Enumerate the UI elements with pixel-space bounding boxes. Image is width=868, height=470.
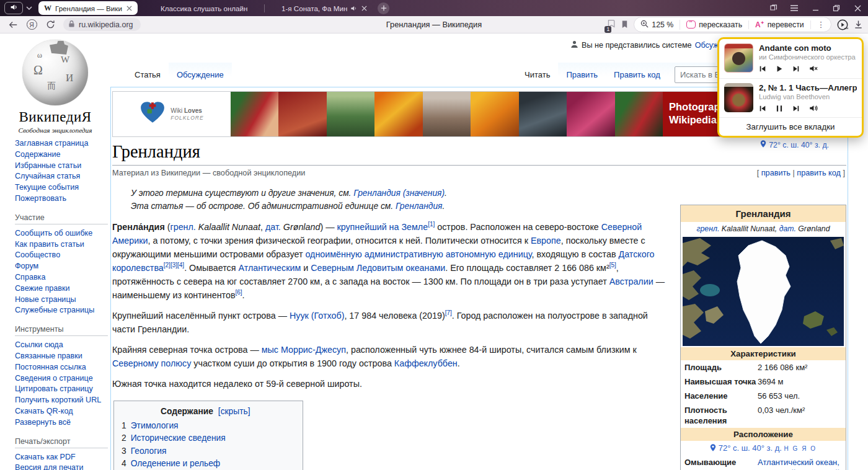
download-icon[interactable] [854, 20, 863, 29]
album-art [724, 83, 753, 112]
infobox: Гренландия гренл. Kalaallit Nunaat, дат.… [680, 205, 846, 470]
wikipedia-favicon: W [44, 4, 51, 13]
more-icon[interactable]: ⋮ [811, 20, 831, 29]
mute-all-tabs-button[interactable]: Заглушить все вкладки [719, 117, 862, 136]
tab-separator [264, 4, 265, 12]
toc-item[interactable]: 4Оледенение и рельеф [122, 458, 289, 470]
close-icon[interactable] [126, 6, 132, 11]
person-icon [570, 40, 578, 50]
media-player-icon[interactable] [836, 19, 849, 31]
url-text: ru.wikipedia.org [79, 20, 133, 29]
sidebar-link[interactable]: Заглавная страница [15, 138, 108, 149]
sidebar-link[interactable]: Справка [15, 272, 108, 283]
refresh-icon[interactable] [41, 17, 60, 32]
back-icon[interactable] [4, 17, 22, 32]
new-tab-button[interactable] [378, 2, 389, 14]
menu-icon[interactable] [784, 0, 805, 16]
greenland-satellite-map[interactable] [683, 237, 844, 346]
zoom-control[interactable]: 125 % [634, 20, 680, 30]
yandex-home-icon[interactable]: Я [22, 17, 41, 32]
tab-wikipedia[interactable]: W Гренландия — Википед [38, 1, 138, 15]
speaker-on-icon[interactable] [809, 104, 818, 115]
infobox-native-name: гренл. Kalaallit Nunaat, дат. Grønland [681, 222, 846, 235]
url-field[interactable]: ru.wikipedia.org [63, 18, 141, 31]
sidebar-link[interactable]: Форум [15, 261, 108, 272]
sidebar-link[interactable]: Сообщить об ошибке [15, 228, 108, 239]
namespace-tabs: Статья Обсуждение [126, 63, 232, 87]
paragraph: Крайняя северная точка острова — мыс Мор… [112, 343, 671, 370]
sidebar-link[interactable]: Постоянная ссылка [15, 362, 108, 373]
toc-hide-link[interactable]: [скрыть] [218, 407, 250, 416]
sidebar-link[interactable]: Случайная статья [15, 171, 108, 182]
panels-icon[interactable] [763, 0, 784, 16]
sidebar-link[interactable]: Служебные страницы [15, 305, 108, 316]
translate-button[interactable]: А✦ перевести [749, 20, 811, 29]
chevron-down-icon[interactable] [26, 6, 32, 10]
sidebar-link[interactable]: Связанные правки [15, 351, 108, 362]
tab-audio-popup: Andante con moto ии Симфонического оркес… [717, 37, 864, 138]
lock-icon [68, 20, 75, 30]
sidebar-link[interactable]: Сообщество [15, 250, 108, 261]
next-track-icon[interactable] [792, 64, 800, 75]
previous-track-icon[interactable] [759, 64, 766, 75]
minimize-icon[interactable] [805, 0, 826, 16]
collections-icon[interactable]: 1 [606, 19, 616, 31]
sidebar-link[interactable]: Избранные статьи [15, 161, 108, 172]
next-track-icon[interactable] [792, 104, 800, 115]
infobox-row: Плотность населения 0,03 чел./км² [681, 403, 846, 428]
wlf-sub: FOLKLORE [170, 115, 203, 121]
anon-notice: Вы не представились системе [582, 41, 692, 50]
paragraph: Южная точка находится недалеко от 59-й с… [112, 377, 671, 391]
speaker-icon [10, 2, 18, 14]
sidebar-link[interactable]: Ссылки сюда [15, 340, 108, 351]
sidebar-link[interactable]: Пожертвовать [15, 193, 108, 205]
infobox-coordinates[interactable]: 72° с. ш. 40° з. д. H G Я O [681, 441, 846, 455]
location-pin-icon [710, 443, 719, 453]
sidebar-link[interactable]: Содержание [15, 149, 108, 161]
toc-item[interactable]: 2Исторические сведения [122, 432, 289, 445]
tab-classic-music[interactable]: Классика слушать онлайн [155, 1, 253, 15]
tab-edit[interactable]: Править [558, 63, 606, 87]
sidebar-link[interactable]: Развернуть всё [15, 417, 108, 428]
sidebar-section-tools: Инструменты [15, 324, 108, 336]
sidebar-link[interactable]: Цитировать страницу [15, 384, 108, 395]
tab-article[interactable]: Статья [126, 63, 169, 87]
restore-icon[interactable] [826, 0, 847, 16]
toc-item[interactable]: 1Этимология [122, 420, 289, 432]
toc-item[interactable]: 3Геология [122, 445, 289, 458]
muted-speaker-icon[interactable] [809, 64, 818, 75]
wlf-heart-icon [140, 101, 166, 127]
sidebar-link[interactable]: Как править статьи [15, 239, 108, 251]
sidebar-link[interactable]: Получить короткий URL [15, 395, 108, 406]
wlf-brand: Wiki Loves [170, 107, 202, 114]
sidebar-link[interactable]: Новые страницы [15, 295, 108, 306]
tab-sonata[interactable]: 1-я Соната, Фа Мин [276, 1, 373, 15]
tab-title: Классика слушать онлайн [161, 4, 247, 12]
pause-icon[interactable] [776, 104, 783, 115]
previous-track-icon[interactable] [759, 104, 766, 115]
play-icon[interactable] [776, 64, 783, 75]
hatnote: У этого термина существуют и другие знач… [131, 187, 846, 200]
wikipedia-logo[interactable]: Ω W И 而 ω ВикипедиЯ Свободная энциклопед… [0, 38, 110, 134]
bookmark-icon[interactable] [621, 20, 629, 29]
sidebar-link[interactable]: Скачать как PDF [15, 452, 108, 463]
personal-bar: Вы не представились системе Обсуждение [570, 40, 740, 50]
banner-photo-strip [231, 92, 663, 136]
edit-links[interactable]: [ править | править код ] [757, 169, 845, 177]
close-window-icon[interactable] [847, 0, 868, 16]
sidebar-link[interactable]: Текущие события [15, 182, 108, 193]
tab-audio-mute-button[interactable] [4, 2, 23, 14]
sidebar-link[interactable]: Версия для печати [15, 463, 108, 470]
retell-button[interactable]: пересказать [680, 20, 749, 29]
tab-edit-source[interactable]: Править код [606, 63, 668, 87]
tab-read[interactable]: Читать [516, 63, 558, 87]
sidebar-link[interactable]: Свежие правки [15, 283, 108, 295]
sidebar-link[interactable]: Скачать QR-код [15, 406, 108, 417]
article-coordinates[interactable]: 72° с. ш. 40° з. д. [760, 140, 829, 150]
paragraph: Гренла́ндия (гренл. Kalaallit Nunaat, да… [112, 220, 671, 302]
tab-discussion[interactable]: Обсуждение [169, 63, 232, 87]
sidebar-link[interactable]: Сведения о странице [15, 373, 108, 384]
close-icon[interactable] [361, 6, 367, 11]
content-area: Wiki Loves FOLKLORE Photograph Wikipedia [110, 87, 848, 470]
coord-service-links[interactable]: H G Я O [784, 445, 817, 452]
